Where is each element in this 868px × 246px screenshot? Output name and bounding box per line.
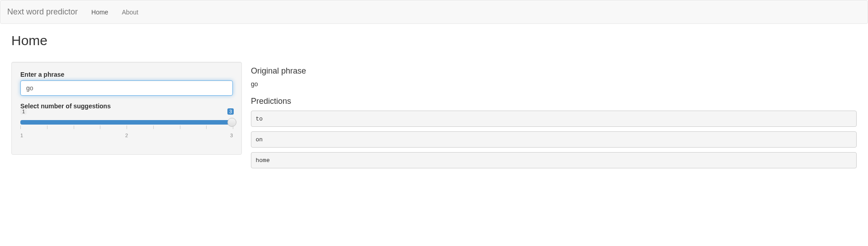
content: Enter a phrase Select number of suggesti… — [0, 53, 868, 182]
nav-link-about[interactable]: About — [115, 2, 145, 23]
navbar-brand[interactable]: Next word predictor — [7, 0, 85, 23]
main-panel: Original phrase go Predictions to on hom… — [251, 62, 857, 173]
phrase-label: Enter a phrase — [20, 71, 233, 78]
slider-min-tooltip: 1 — [20, 108, 27, 115]
original-phrase-heading: Original phrase — [251, 66, 857, 76]
phrase-form-group: Enter a phrase — [20, 71, 233, 96]
slider-form-group: Select number of suggestions 1 3 — [20, 102, 233, 139]
slider-ticks — [20, 125, 233, 129]
slider-track[interactable] — [20, 120, 233, 125]
nav-item-home[interactable]: Home — [85, 2, 115, 23]
slider-tick-label-min: 1 — [20, 133, 23, 138]
slider-tick-label-max: 3 — [230, 133, 233, 138]
page-title: Home — [0, 33, 868, 48]
sidebar-well: Enter a phrase Select number of suggesti… — [11, 62, 242, 155]
prediction-item: on — [251, 131, 857, 148]
navbar: Next word predictor Home About — [0, 0, 868, 24]
nav-link-home[interactable]: Home — [85, 2, 115, 23]
prediction-item: to — [251, 111, 857, 127]
prediction-item: home — [251, 152, 857, 168]
slider-tick-label-mid: 2 — [125, 133, 128, 138]
predictions-heading: Predictions — [251, 97, 857, 106]
nav-list: Home About — [85, 2, 145, 23]
phrase-input[interactable] — [20, 80, 233, 96]
slider-tick-labels: 1 2 3 — [20, 133, 233, 139]
slider[interactable]: 1 3 — [20, 112, 233, 139]
nav-item-about[interactable]: About — [115, 2, 145, 23]
slider-value-tooltip: 3 — [227, 108, 234, 115]
sidebar: Enter a phrase Select number of suggesti… — [11, 62, 242, 173]
original-phrase-value: go — [251, 80, 857, 88]
slider-label: Select number of suggestions — [20, 102, 233, 110]
